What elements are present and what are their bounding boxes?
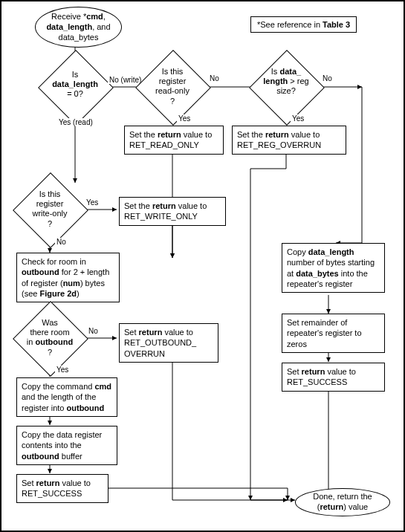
- edge-d3-yes: Yes: [291, 114, 305, 123]
- process-ret-outbound-overrun: Set return value to RET_OUTBOUND_ OVERRU…: [119, 323, 218, 363]
- decision-room-outbound-label: Wasthere roomin outbound?: [20, 318, 80, 357]
- edge-d4-yes: Yes: [85, 198, 100, 207]
- reference-note: *See reference in Table 3: [250, 16, 357, 33]
- edge-d2-no: No: [208, 74, 221, 82]
- process-ret-success-right: Set return value to RET_SUCCESS: [282, 363, 385, 392]
- edge-yes-read: Yes (read): [57, 118, 94, 126]
- edge-d3-no: No: [321, 74, 334, 82]
- process-ret-success-left: Set return value to RET_SUCCESS: [16, 474, 108, 503]
- flowchart-canvas: *See reference in Table 3 Receive *cmd, …: [0, 0, 405, 532]
- process-copy-cmd: Copy the command cmd and the length of t…: [16, 377, 117, 417]
- process-ret-reg-overrun: Set the return value to RET_REG_OVERRUN: [232, 126, 346, 155]
- start-terminal: Receive *cmd, data_length, and data_byte…: [35, 7, 122, 48]
- process-check-room: Check for room in outbound for 2 + lengt…: [16, 253, 120, 302]
- edge-no-write: No (write): [108, 76, 143, 84]
- edge-d2-yes: Yes: [177, 114, 192, 123]
- process-ret-read-only: Set the return value to RET_READ_ONLY: [124, 126, 224, 155]
- edge-d4-no: No: [55, 238, 68, 246]
- process-copy-bytes: Copy data_length number of bytes startin…: [282, 243, 385, 293]
- edge-d5-yes: Yes: [55, 366, 70, 374]
- process-copy-data-register: Copy the data register contents into the…: [16, 426, 117, 465]
- edge-d5-no: No: [87, 327, 100, 335]
- process-set-remainder: Set remainder of repeater's register to …: [282, 314, 385, 353]
- process-ret-write-only: Set the return value to RET_WRITE_ONLY: [119, 197, 226, 226]
- end-terminal: Done, return the (return) value: [295, 488, 390, 516]
- decision-write-only-label: Is thisregisterwrite-only?: [20, 189, 80, 229]
- decision-data-length-zero-label: Isdata_length= 0?: [45, 70, 105, 100]
- decision-read-only-label: Is thisregisterread-only?: [143, 67, 202, 106]
- decision-reg-size-label: Is data_length > reg size?: [256, 67, 316, 97]
